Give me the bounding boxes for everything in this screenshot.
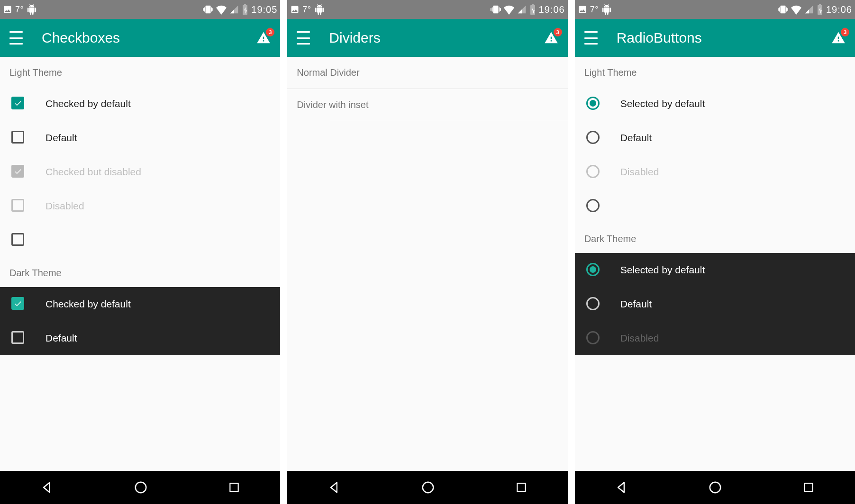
- badge: 3: [841, 28, 849, 36]
- checkbox-row[interactable]: [0, 223, 280, 257]
- image-icon: [578, 5, 587, 14]
- divider-section-header: Normal Divider: [287, 57, 567, 89]
- radio-label: Default: [620, 298, 652, 310]
- light-theme-header: Light Theme: [0, 57, 280, 87]
- back-icon[interactable]: [40, 481, 54, 494]
- checkbox-row[interactable]: Checked by default: [0, 287, 280, 321]
- recent-icon[interactable]: [228, 481, 240, 494]
- radio-row[interactable]: Default: [575, 121, 855, 155]
- home-icon[interactable]: [708, 480, 722, 495]
- content: Light Theme Checked by default Default C…: [0, 57, 280, 471]
- checkbox-icon: [11, 297, 24, 310]
- status-bar: 7° 19:06: [287, 0, 567, 19]
- warning-button[interactable]: 3: [256, 31, 271, 45]
- badge: 3: [266, 28, 274, 36]
- vibrate-icon: [778, 4, 788, 15]
- app-bar: Dividers 3: [287, 19, 567, 57]
- home-icon[interactable]: [134, 480, 148, 495]
- checkbox-label: Default: [45, 333, 77, 344]
- clock: 19:05: [251, 4, 277, 15]
- radio-label: Default: [620, 132, 652, 144]
- page-title: Dividers: [329, 30, 544, 46]
- phone-radiobuttons: 7° 19:06 RadioButtons 3 Light Theme Sele…: [575, 0, 855, 504]
- checkbox-row[interactable]: Checked by default: [0, 87, 280, 121]
- checkbox-row[interactable]: Default: [0, 321, 280, 355]
- svg-rect-3: [517, 483, 525, 491]
- back-icon[interactable]: [615, 481, 628, 494]
- phone-dividers: 7° 19:06 Dividers 3 Normal Divider Divid…: [287, 0, 567, 504]
- vibrate-icon: [491, 4, 501, 15]
- vibrate-icon: [203, 4, 213, 15]
- divider-section-header: Divider with inset: [287, 89, 567, 121]
- divider-line-inset: [330, 121, 567, 121]
- temperature: 7°: [302, 5, 311, 15]
- recent-icon[interactable]: [802, 481, 815, 494]
- clock: 19:06: [539, 4, 565, 15]
- badge: 3: [554, 28, 562, 36]
- phone-checkboxes: 7° 19:05 Checkboxes 3 Light Theme Checke…: [0, 0, 280, 504]
- image-icon: [3, 5, 12, 14]
- checkbox-row: Checked but disabled: [0, 155, 280, 189]
- radio-icon: [586, 97, 600, 110]
- android-icon: [601, 4, 612, 15]
- checkbox-label: Checked but disabled: [45, 166, 141, 178]
- back-icon[interactable]: [327, 481, 341, 494]
- radio-label: Selected by default: [620, 98, 705, 109]
- checkbox-icon: [11, 331, 24, 344]
- checkbox-label: Checked by default: [45, 98, 131, 109]
- radio-icon: [586, 131, 600, 144]
- hamburger-icon[interactable]: [9, 31, 23, 45]
- radio-row[interactable]: Selected by default: [575, 87, 855, 121]
- checkbox-label: Disabled: [45, 200, 84, 212]
- android-icon: [27, 4, 37, 15]
- clock: 19:06: [826, 4, 852, 15]
- battery-icon: [529, 4, 536, 15]
- android-nav-bar: [0, 471, 280, 504]
- radio-label: Disabled: [620, 166, 659, 178]
- dark-theme-section: Selected by default Default Disabled: [575, 253, 855, 355]
- light-theme-header: Light Theme: [575, 57, 855, 87]
- radio-row[interactable]: Selected by default: [575, 253, 855, 287]
- checkbox-icon: [11, 97, 24, 109]
- warning-button[interactable]: 3: [544, 31, 558, 45]
- android-icon: [314, 4, 325, 15]
- svg-point-2: [423, 482, 434, 493]
- wifi-icon: [216, 4, 227, 15]
- recent-icon[interactable]: [515, 481, 528, 494]
- checkbox-row[interactable]: Default: [0, 121, 280, 155]
- battery-icon: [817, 4, 823, 15]
- radio-row: Disabled: [575, 155, 855, 189]
- radio-row[interactable]: Default: [575, 287, 855, 321]
- warning-button[interactable]: 3: [831, 31, 846, 45]
- image-icon: [290, 5, 300, 14]
- content: Light Theme Selected by default Default …: [575, 57, 855, 471]
- checkbox-icon: [11, 199, 24, 212]
- radio-row[interactable]: [575, 189, 855, 223]
- android-nav-bar: [287, 471, 567, 504]
- page-title: RadioButtons: [617, 30, 831, 46]
- wifi-icon: [791, 4, 801, 15]
- checkbox-icon: [11, 165, 24, 178]
- wifi-icon: [504, 4, 514, 15]
- checkbox-label: Checked by default: [45, 298, 131, 310]
- hamburger-icon[interactable]: [584, 31, 598, 45]
- battery-icon: [242, 4, 248, 15]
- temperature: 7°: [15, 5, 24, 15]
- radio-icon: [586, 165, 600, 178]
- app-bar: RadioButtons 3: [575, 19, 855, 57]
- home-icon[interactable]: [421, 480, 435, 495]
- checkbox-row: Disabled: [0, 189, 280, 223]
- status-bar: 7° 19:05: [0, 0, 280, 19]
- dark-theme-header: Dark Theme: [575, 223, 855, 253]
- svg-rect-5: [805, 483, 813, 491]
- hamburger-icon[interactable]: [297, 31, 310, 45]
- radio-icon: [586, 331, 600, 344]
- checkbox-label: Default: [45, 132, 77, 144]
- radio-icon: [586, 199, 600, 212]
- checkbox-icon: [11, 233, 24, 246]
- page-title: Checkboxes: [42, 30, 256, 46]
- radio-icon: [586, 297, 600, 310]
- temperature: 7°: [590, 5, 599, 15]
- svg-rect-1: [230, 483, 238, 491]
- status-bar: 7° 19:06: [575, 0, 855, 19]
